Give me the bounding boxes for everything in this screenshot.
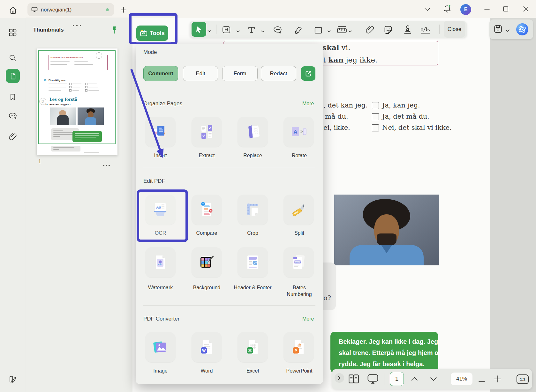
thumb-chat-gray2 <box>51 146 80 152</box>
page-number-input[interactable]: 1 <box>390 372 404 386</box>
tool-split[interactable] <box>283 195 314 225</box>
save-dropdown-button[interactable] <box>505 28 510 33</box>
actual-size-button[interactable]: 1:1 <box>517 374 529 384</box>
organize-more-link[interactable]: More <box>302 101 314 107</box>
left-icon-rail <box>0 18 26 392</box>
comment-tool[interactable] <box>273 26 283 36</box>
highlight-tool-dropdown[interactable] <box>236 28 240 34</box>
tool-background[interactable] <box>192 247 222 277</box>
pin-panel-button[interactable] <box>110 26 118 36</box>
signature-tool[interactable] <box>420 26 434 36</box>
maximize-button[interactable] <box>502 5 510 13</box>
tool-watermark[interactable] <box>145 247 176 277</box>
converter-more-link[interactable]: More <box>302 316 314 322</box>
next-page-button[interactable] <box>430 377 437 383</box>
presentation-mode-button[interactable] <box>367 374 379 386</box>
page-layout-button[interactable] <box>348 374 359 385</box>
tools-button[interactable]: Tools <box>136 26 168 41</box>
tool-rotate[interactable]: A <box>283 117 314 147</box>
save-button[interactable] <box>494 25 502 35</box>
checkbox-1[interactable] <box>372 102 379 109</box>
close-window-button[interactable] <box>522 5 530 13</box>
select-tool-dropdown[interactable] <box>208 28 211 34</box>
expand-statusbar-button[interactable] <box>335 373 344 383</box>
tool-to-image[interactable] <box>145 332 176 362</box>
panel-drag-handle-icon[interactable] <box>73 22 81 27</box>
chevron-down-icon <box>349 31 352 32</box>
attach-tool[interactable] <box>366 25 374 36</box>
close-tools-button[interactable]: Close <box>444 21 465 38</box>
measure-tool-dropdown[interactable] <box>348 28 352 34</box>
shape-tool-dropdown[interactable] <box>327 28 331 34</box>
tool-to-powerpoint[interactable]: P <box>283 332 314 362</box>
tool-to-excel-label: Excel <box>232 367 274 374</box>
open-mode-external-button[interactable] <box>301 66 315 81</box>
tool-to-excel[interactable] <box>238 332 268 362</box>
ai-sparkle-icon <box>516 23 528 35</box>
page-thumbnail-1[interactable]: VI GJENTAR OFTE MODALVERB I SVAR 18 Finn… <box>37 48 117 155</box>
text-tool[interactable] <box>247 26 256 35</box>
sidebar-grid-view-button[interactable] <box>6 26 20 40</box>
tool-replace-label: Replace <box>232 152 274 159</box>
ai-assistant-button[interactable] <box>516 23 528 35</box>
svg-text:P: P <box>294 349 297 352</box>
home-button[interactable] <box>8 5 18 15</box>
measure-tool[interactable] <box>336 25 348 35</box>
tab-document-icon <box>31 7 38 12</box>
organize-pages-label: Organize Pages <box>143 100 182 107</box>
tools-box-icon <box>140 30 147 36</box>
thumb-photo-right <box>78 107 104 125</box>
tool-crop[interactable] <box>238 195 268 225</box>
pencil-tool[interactable] <box>293 26 303 36</box>
tool-header-footer[interactable] <box>238 247 268 277</box>
stamp-tool[interactable] <box>403 25 412 36</box>
avatar[interactable]: E <box>460 4 471 15</box>
checkbox-2[interactable] <box>372 113 379 120</box>
previous-page-button[interactable] <box>411 376 418 382</box>
thumbnail-more-icon[interactable] <box>103 161 110 167</box>
shape-tool[interactable] <box>314 26 322 35</box>
tool-insert-label: Insert <box>140 152 181 159</box>
select-tool-button[interactable] <box>192 22 206 37</box>
checkbox-3[interactable] <box>372 124 379 131</box>
highlight-area-tool[interactable] <box>222 26 231 35</box>
highlight-area-icon <box>222 26 231 34</box>
sidebar-attachments-button[interactable] <box>6 129 20 144</box>
zoom-in-button[interactable] <box>494 375 502 384</box>
right-panel-strip <box>490 18 536 392</box>
zoom-level-input[interactable]: 41% <box>451 373 472 385</box>
tool-replace[interactable] <box>238 117 268 147</box>
comment-bubble-icon <box>8 112 18 120</box>
doc-chat-bubble-green: Beklager. Jeg kan ikke i dag. Jeg skal t… <box>330 332 438 373</box>
sidebar-search-button[interactable] <box>6 51 20 65</box>
tool-compare[interactable] <box>192 195 222 225</box>
chevron-down-icon <box>431 378 436 381</box>
sidebar-comments-button[interactable] <box>6 109 20 123</box>
mode-redact-button[interactable]: Redact <box>261 66 296 81</box>
mode-comment-button[interactable]: Comment <box>143 66 178 81</box>
text-tool-dropdown[interactable] <box>261 28 265 34</box>
new-tab-button[interactable] <box>120 6 127 13</box>
titlebar-expand-button[interactable] <box>423 7 431 12</box>
minimize-button[interactable] <box>483 6 491 12</box>
sidebar-bookmarks-button[interactable] <box>6 90 20 104</box>
thumb-grammar-box: VI GJENTAR OFTE MODALVERB I SVAR <box>49 55 108 70</box>
sticker-tool[interactable] <box>383 25 393 36</box>
mode-form-button[interactable]: Form <box>222 66 258 81</box>
signature-icon <box>420 26 434 34</box>
sidebar-thumbnails-button[interactable] <box>6 69 20 83</box>
tool-compare-label: Compare <box>186 230 228 236</box>
thumbnail-page-number: 1 <box>38 159 41 165</box>
mode-edit-button[interactable]: Edit <box>183 66 218 81</box>
sidebar-swatches-button[interactable] <box>6 373 20 387</box>
annotation-toolbar: Close <box>190 21 467 38</box>
tool-bates-numbering[interactable]: 000123 <box>283 247 314 277</box>
document-tab[interactable]: norwegian(1) <box>27 3 114 16</box>
cursor-icon <box>195 26 202 33</box>
tool-extract[interactable] <box>192 117 222 147</box>
notifications-button[interactable] <box>443 4 452 14</box>
tool-insert[interactable] <box>145 117 176 147</box>
tool-to-word[interactable]: W <box>192 332 222 362</box>
zoom-out-button[interactable] <box>478 378 485 384</box>
chevron-down-icon <box>208 31 211 32</box>
